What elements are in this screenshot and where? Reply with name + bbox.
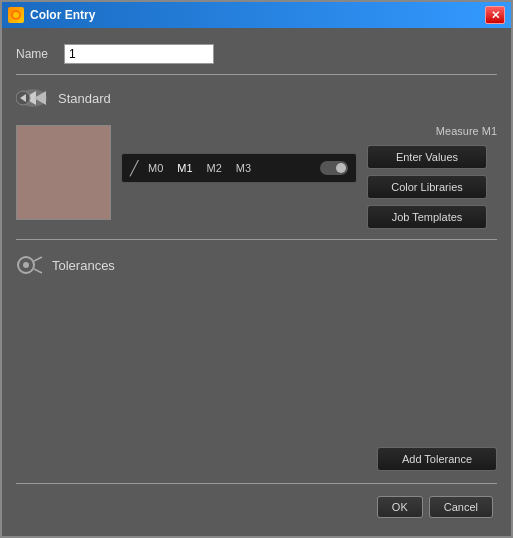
name-label: Name [16, 47, 56, 61]
dialog-title: Color Entry [30, 8, 95, 22]
spacer [16, 288, 497, 439]
close-button[interactable]: ✕ [485, 6, 505, 24]
standard-arrow-icon [16, 87, 50, 109]
tolerances-section: Tolerances [16, 242, 497, 288]
measure-label: Measure M1 [367, 125, 497, 137]
name-row: Name [16, 36, 497, 72]
enter-values-button[interactable]: Enter Values [367, 145, 487, 169]
measure-tabs-container: ╱ M0 M1 M2 M3 [121, 153, 357, 183]
measure-tab-m1[interactable]: M1 [173, 160, 196, 176]
dialog-body: Name Standard [2, 28, 511, 536]
measure-tab-m2[interactable]: M2 [203, 160, 226, 176]
svg-line-9 [34, 257, 42, 261]
standard-row: Standard [16, 77, 497, 117]
measure-area: ╱ M0 M1 M2 M3 Measure M1 Enter Values Co… [16, 117, 497, 237]
cancel-button[interactable]: Cancel [429, 496, 493, 518]
toggle-knob [336, 163, 346, 173]
add-tolerance-button[interactable]: Add Tolerance [377, 447, 497, 471]
add-tolerance-area: Add Tolerance [16, 439, 497, 479]
title-bar: Color Entry ✕ [2, 2, 511, 28]
ok-button[interactable]: OK [377, 496, 423, 518]
svg-point-1 [13, 12, 19, 18]
color-swatch [16, 125, 111, 220]
footer-divider [16, 483, 497, 484]
svg-point-8 [23, 262, 29, 268]
name-input[interactable] [64, 44, 214, 64]
divider-1 [16, 74, 497, 75]
tolerance-icon [16, 254, 44, 276]
measure-tab-m3[interactable]: M3 [232, 160, 255, 176]
svg-line-10 [34, 269, 42, 273]
job-templates-button[interactable]: Job Templates [367, 205, 487, 229]
footer-area: OK Cancel [16, 479, 497, 528]
footer-buttons: OK Cancel [16, 488, 497, 528]
measure-tab-m0[interactable]: M0 [144, 160, 167, 176]
color-entry-dialog: Color Entry ✕ Name Standard [0, 0, 513, 538]
measure-right: Measure M1 Enter Values Color Libraries … [367, 125, 497, 229]
measure-toggle[interactable] [320, 161, 348, 175]
standard-label: Standard [58, 91, 111, 106]
tolerances-header: Tolerances [16, 250, 497, 280]
color-libraries-button[interactable]: Color Libraries [367, 175, 487, 199]
title-icon [8, 7, 24, 23]
divider-2 [16, 239, 497, 240]
tolerances-label: Tolerances [52, 258, 115, 273]
measure-icon: ╱ [130, 160, 138, 176]
measure-tabs: ╱ M0 M1 M2 M3 [121, 153, 357, 183]
